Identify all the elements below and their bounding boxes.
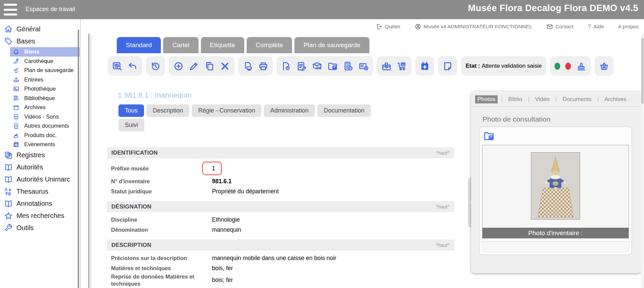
- field-label: Statut juridique: [111, 188, 212, 195]
- sidebar-item-phototheque[interactable]: Photothèque: [10, 84, 80, 94]
- field-row: N° d'inventaire981.6.1: [107, 176, 454, 186]
- media-tab-documents[interactable]: Documents: [560, 95, 594, 103]
- card-plus-icon[interactable]: [358, 61, 369, 71]
- view-tab-complete[interactable]: Complète: [247, 37, 292, 53]
- hamburger-menu-icon[interactable]: [4, 4, 17, 15]
- record-tab-description[interactable]: Description: [146, 104, 189, 117]
- media-panel-footer: [481, 241, 630, 253]
- sidebar-item-registres[interactable]: Registres: [0, 149, 80, 161]
- record-tab-administration[interactable]: Administration: [264, 104, 315, 117]
- sidebar-item-autorites[interactable]: Autorités: [0, 161, 80, 173]
- sidebar-item-label: Vidéos - Sons: [24, 114, 59, 120]
- field-row: DisciplineEthnologie: [107, 215, 454, 225]
- top-link[interactable]: ^haut^: [436, 204, 450, 210]
- help-label: Aide: [594, 24, 604, 30]
- sidebar-item-archives[interactable]: Archives: [10, 103, 80, 112]
- calculator-coin-icon[interactable]: [343, 61, 353, 71]
- photo-caption: Photo d'inventaire :: [482, 228, 629, 238]
- value-text: bois, fer: [212, 265, 233, 271]
- media-tab-archives[interactable]: Archives: [602, 95, 629, 103]
- view-tab-etiquette[interactable]: Etiquette: [201, 37, 244, 53]
- note-icon[interactable]: [442, 61, 453, 71]
- stamp-icon[interactable]: [576, 61, 586, 71]
- printer-icon[interactable]: [258, 61, 269, 71]
- folder-image-icon[interactable]: [327, 61, 338, 71]
- sidebar-item-bases[interactable]: Bases: [0, 35, 80, 47]
- document-icon: [13, 123, 20, 129]
- top-link[interactable]: ^haut^: [436, 150, 450, 156]
- status-red-dot[interactable]: [565, 63, 571, 70]
- sidebar-item-annotations[interactable]: Annotations: [0, 198, 80, 210]
- top-bar: Espaces de travail Musée Flora Decalog F…: [0, 0, 644, 19]
- list-search-icon[interactable]: [112, 61, 122, 71]
- sidebar-item-outils[interactable]: Outils: [0, 222, 80, 234]
- sidebar-item-bibliotheque[interactable]: Bibliothèque: [10, 94, 80, 103]
- copy-icon[interactable]: [204, 61, 215, 71]
- file-print-icon[interactable]: [243, 61, 253, 71]
- record-tab-suivi[interactable]: Suivi: [118, 119, 144, 131]
- user-menu[interactable]: Musée v4 ADMINISTRATEUR FONCTIONNEL: [415, 23, 532, 30]
- basket-icon[interactable]: [599, 61, 609, 71]
- folder-image-icon[interactable]: [483, 130, 495, 142]
- media-tab-photos[interactable]: Photos: [475, 95, 498, 103]
- history-icon[interactable]: [150, 61, 161, 71]
- sidebar-item-carotheque[interactable]: Carothèque: [10, 57, 80, 66]
- view-tab-standard[interactable]: Standard: [117, 37, 161, 53]
- mail-icon: [546, 23, 553, 30]
- sidebar-item-entrees[interactable]: Entrées: [10, 75, 80, 85]
- pane-splitter[interactable]: [88, 34, 90, 288]
- field-label: Précisions sur la description: [111, 255, 212, 262]
- inventory-photo[interactable]: [531, 152, 580, 220]
- record-tab-documentation[interactable]: Documentation: [317, 104, 371, 117]
- sidebar-item-mes-recherches[interactable]: Mes recherches: [0, 210, 80, 222]
- toolbar: Etat :Attente validation saisie: [108, 56, 614, 76]
- view-tab-cartel[interactable]: Cartel: [163, 37, 199, 53]
- photo-icon: [13, 86, 20, 92]
- toolbox-icon[interactable]: [381, 61, 392, 71]
- about-button[interactable]: A propos: [618, 24, 639, 30]
- calendar-plus-icon[interactable]: [420, 61, 430, 71]
- status-green-dot[interactable]: [554, 63, 560, 70]
- add-circle-icon[interactable]: [173, 61, 184, 71]
- sections: IDENTIFICATION^haut^Préfixe musée1N° d'i…: [107, 147, 454, 288]
- sidebar-item-thesaurus[interactable]: ABThesaurus: [0, 186, 80, 198]
- field-value: bois; fer: [212, 276, 233, 284]
- sidebar-item-label: Produits doc.: [24, 132, 57, 138]
- undo-icon[interactable]: [128, 61, 138, 71]
- box-unpack-icon[interactable]: [312, 61, 322, 71]
- section-title: IDENTIFICATION: [111, 150, 158, 156]
- cart-box-icon[interactable]: [397, 61, 407, 71]
- field-label: Matières et techniques: [111, 265, 212, 272]
- file-attach-icon[interactable]: [281, 61, 291, 71]
- media-tab-video[interactable]: Vidéo: [533, 95, 552, 103]
- media-tab-biblio[interactable]: Biblio: [506, 95, 525, 103]
- record-tabs-row2: Suivi: [118, 119, 144, 131]
- sidebar-item-evenements[interactable]: Evènements: [10, 140, 80, 149]
- sidebar-item-general[interactable]: Général: [0, 23, 80, 35]
- help-button[interactable]: ? Aide: [587, 23, 604, 30]
- contact-button[interactable]: Contact: [546, 23, 573, 30]
- top-link[interactable]: ^haut^: [436, 243, 450, 248]
- page-scrollbar-thumb[interactable]: [641, 38, 644, 104]
- edit-pencil-icon[interactable]: [189, 61, 199, 71]
- form-edit-icon[interactable]: [296, 61, 307, 71]
- record-tab-tous[interactable]: Tous: [118, 104, 144, 117]
- sidebar-item-plan-de-sauvegarde[interactable]: Plan de sauvegarde: [10, 66, 80, 75]
- sidebar-scrollbar-thumb[interactable]: [78, 30, 79, 288]
- media-panel: Photos|Biblio|Vidéo|Documents|Archives P…: [471, 91, 641, 273]
- sidebar-item-autres-documents[interactable]: Autres documents: [10, 121, 80, 131]
- view-tab-plan-de-sauvegarde[interactable]: Plan de sauvegarde: [294, 37, 369, 53]
- sidebar-item-autorites-unimarc[interactable]: Autorités Unimarc: [0, 173, 80, 186]
- sidebar-item-videos-sons[interactable]: Vidéos - Sons: [10, 112, 80, 122]
- quit-button[interactable]: Quitter: [376, 23, 401, 30]
- value-text: bois; fer: [212, 277, 233, 283]
- sidebar-item-label: Bases: [16, 37, 35, 45]
- workspace-label[interactable]: Espaces de travail: [26, 6, 75, 13]
- delete-x-icon[interactable]: [220, 61, 230, 71]
- sidebar-item-biens[interactable]: Biens: [10, 47, 80, 57]
- record-tab-regie-conservation[interactable]: Régie - Conservation: [192, 104, 261, 117]
- value-text: 981.6.1: [212, 178, 231, 185]
- sidebar-item-label: Plan de sauvegarde: [24, 67, 74, 73]
- field-label: Reprise de données Matières et technique…: [111, 273, 212, 287]
- sidebar-item-produits-doc[interactable]: Produits doc.: [10, 131, 80, 140]
